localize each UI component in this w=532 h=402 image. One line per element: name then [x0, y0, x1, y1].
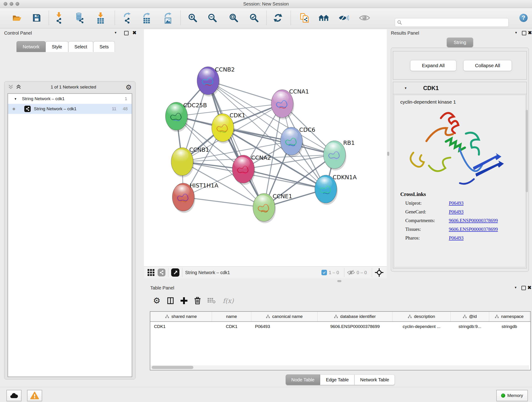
tab-network-table[interactable]: Network Table	[355, 375, 395, 385]
table-panel-float-button[interactable]	[521, 286, 526, 290]
memory-button[interactable]: Memory	[496, 390, 528, 401]
import-network-button[interactable]	[51, 10, 66, 26]
share-network-icon[interactable]	[158, 269, 165, 276]
import-network-from-database-button[interactable]	[72, 10, 87, 26]
table-row[interactable]: CDK1CDK1P064939606.ENSP00000378699cyclin…	[150, 322, 530, 332]
network-node-cdkn1a[interactable]: CDKN1A	[315, 174, 357, 205]
warnings-button[interactable]	[27, 390, 42, 401]
delete-column-icon[interactable]	[194, 297, 201, 304]
gene-section-header[interactable]: ▼ CDK1	[393, 82, 526, 94]
show-graphics-details-button[interactable]	[357, 10, 372, 26]
network-node-rb1[interactable]: RB1	[323, 140, 355, 171]
export-image-button[interactable]	[160, 10, 176, 26]
node-label: CDC25B	[183, 102, 207, 109]
network-edge[interactable]	[183, 197, 264, 207]
crosslinks-heading: CrossLinks	[400, 191, 498, 197]
results-panel-close-button[interactable]: ✖	[528, 30, 532, 35]
tab-style[interactable]: Style	[46, 41, 68, 52]
tab-sets[interactable]: Sets	[93, 41, 115, 52]
results-panel-float-button[interactable]	[522, 31, 526, 35]
table-panel-menu-button[interactable]: ▼	[514, 286, 517, 289]
import-table-button[interactable]	[93, 10, 108, 26]
grid-view-icon[interactable]	[147, 269, 154, 276]
column-header-description[interactable]: description	[393, 312, 451, 321]
tab-edge-table[interactable]: Edge Table	[320, 375, 355, 385]
network-row-selected[interactable]: String Network – cdk1 11 48	[8, 104, 132, 114]
table-cell[interactable]: CDK1	[212, 322, 251, 332]
table-toolbar: ⚙ f(x)	[150, 293, 234, 308]
table-cell[interactable]: 9606.ENSP00000378699	[317, 322, 393, 332]
columns-icon[interactable]	[167, 297, 174, 304]
table-cell[interactable]: CDK1	[150, 322, 212, 332]
cloud-status-button[interactable]	[6, 390, 22, 401]
expand-all-button[interactable]: Expand All	[410, 60, 456, 71]
column-header-name[interactable]: name	[212, 312, 251, 321]
network-node-ccnb2[interactable]: CCNB2	[197, 66, 235, 96]
results-scrollbar-thumb[interactable]	[526, 110, 528, 192]
open-session-button[interactable]	[9, 10, 25, 26]
control-panel-close-button[interactable]: ✖	[133, 30, 137, 35]
tab-node-table[interactable]: Node Table	[286, 375, 320, 385]
column-header-namespace[interactable]: namespace	[489, 312, 530, 321]
export-network-button[interactable]	[120, 10, 135, 26]
column-header-shared-name[interactable]: shared name	[150, 312, 212, 321]
string-home-button[interactable]	[317, 10, 331, 26]
table-horizontal-scrollbar[interactable]	[151, 365, 529, 370]
delete-table-icon	[208, 298, 216, 304]
network-node-ccna1[interactable]: CCNA1	[271, 88, 309, 119]
vertical-splitter-handle[interactable]	[387, 152, 389, 156]
collapse-all-icon[interactable]	[8, 85, 13, 89]
table-cell[interactable]: cyclin-dependent ...	[393, 322, 451, 332]
tab-string[interactable]: String	[447, 38, 473, 47]
fit-content-crosshair-icon[interactable]	[375, 268, 384, 277]
save-session-button[interactable]	[29, 10, 44, 26]
tab-select[interactable]: Select	[68, 41, 94, 52]
zoom-selected-button[interactable]	[247, 10, 262, 26]
horizontal-splitter-handle[interactable]	[337, 280, 341, 282]
clone-network-button[interactable]	[297, 10, 312, 26]
table-cell[interactable]: stringdb	[489, 322, 530, 332]
selected-checkbox-icon[interactable]	[322, 270, 327, 275]
search-input[interactable]	[404, 19, 508, 26]
zoom-in-button[interactable]	[185, 10, 200, 26]
network-node-hist1h1a[interactable]: HIST1H1A	[172, 182, 218, 213]
export-table-button[interactable]	[139, 10, 154, 26]
compartments-link[interactable]: 9606.ENSP00000378699	[449, 218, 498, 223]
birds-eye-view-icon[interactable]	[171, 268, 179, 277]
table-cell[interactable]: stringdb:9...	[451, 322, 489, 332]
control-panel: Control Panel ▼ ✖ Network Style Select S…	[2, 29, 137, 380]
table-panel-close-button[interactable]: ✖	[527, 285, 532, 290]
add-column-icon[interactable]	[181, 297, 187, 304]
genecard-link[interactable]: P06493	[449, 209, 463, 215]
expand-all-icon[interactable]	[16, 85, 21, 89]
refresh-view-button[interactable]	[270, 10, 285, 26]
column-header-canonical-name[interactable]: canonical name	[251, 312, 317, 321]
zoom-out-button[interactable]	[205, 10, 220, 26]
network-node-cdc6[interactable]: CDC6	[280, 127, 315, 157]
zoom-fit-button[interactable]	[226, 10, 241, 26]
tab-network[interactable]: Network	[17, 41, 46, 52]
help-button[interactable]: ?	[516, 10, 531, 26]
gear-icon[interactable]: ⚙	[126, 83, 132, 91]
network-node-cdc25b[interactable]: CDC25B	[165, 102, 207, 132]
pharos-link[interactable]: P06493	[449, 235, 463, 241]
column-header-database-identifier[interactable]: database identifier	[317, 312, 393, 321]
column-header--id[interactable]: @id	[451, 312, 489, 321]
tissues-link[interactable]: 9606.ENSP00000378699	[449, 226, 498, 232]
collapse-all-button[interactable]: Collapse All	[463, 60, 512, 71]
network-collection-row[interactable]: ▼ String Network – cdk1 1	[8, 94, 132, 104]
section-expand-icon[interactable]: ▼	[404, 86, 407, 90]
hide-glass-panel-button[interactable]	[336, 10, 351, 26]
control-panel-float-button[interactable]	[124, 31, 128, 35]
tree-expand-icon[interactable]: ▼	[14, 97, 17, 101]
results-panel-menu-button[interactable]: ▼	[515, 31, 518, 34]
network-node-ccna2[interactable]: CCNA2	[232, 154, 271, 185]
gear-icon[interactable]: ⚙	[153, 296, 160, 306]
scrollbar-thumb[interactable]	[152, 366, 193, 369]
uniprot-link[interactable]: P06493	[449, 200, 463, 206]
network-node-ccne1[interactable]: CCNE1	[253, 193, 292, 223]
network-graph[interactable]: CCNB2CCNA1CDC25BCDK1CDC6RB1CCNB1CCNA2CDK…	[144, 29, 387, 266]
control-panel-menu-button[interactable]: ▼	[114, 31, 117, 34]
table-cell[interactable]: P06493	[251, 322, 317, 332]
network-view-canvas[interactable]: CCNB2CCNA1CDC25BCDK1CDC6RB1CCNB1CCNA2CDK…	[144, 29, 387, 266]
